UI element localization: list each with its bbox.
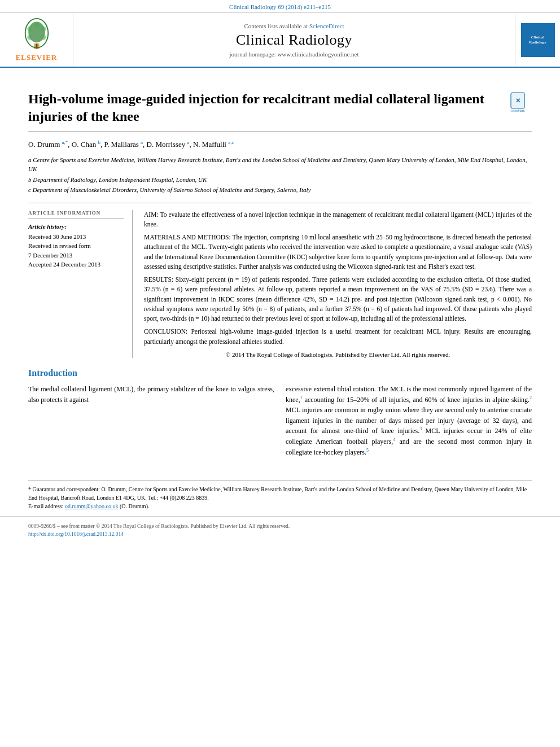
authors-line: O. Drumm a,*, O. Chan b, P. Malliaras a,… <box>28 139 532 149</box>
abstract-results: RESULTS: Sixty-eight percent (n = 19) of… <box>144 275 532 324</box>
intro-right-col: excessive external tibial rotation. The … <box>286 384 532 462</box>
article-history-label: Article history: <box>28 223 124 230</box>
journal-citation-bar: Clinical Radiology 69 (2014) e211–e215 <box>0 0 560 13</box>
svg-point-4 <box>27 27 32 32</box>
intro-left-col: The medial collateral ligament (MCL), th… <box>28 384 274 462</box>
ref5-sup: 5 <box>366 448 369 453</box>
revised-label: Received in revised form <box>28 241 124 251</box>
elsevier-logo-area: ELSEVIER <box>0 13 73 67</box>
sciencedirect-line: Contents lists available at ScienceDirec… <box>244 23 344 29</box>
ref4-sup: 4 <box>393 437 395 442</box>
journal-homepage: journal homepage: www.clinicalradiologyo… <box>230 51 359 58</box>
abstract-section: ARTICLE INFORMATION Article history: Rec… <box>28 203 532 358</box>
article-body: High-volume image-guided injection for r… <box>0 68 560 473</box>
ref1-sup: 1 <box>300 395 303 400</box>
footer-issn: 0009-9260/$ – see front matter © 2014 Th… <box>28 522 532 539</box>
journal-citation: Clinical Radiology 69 (2014) e211–e215 <box>229 3 331 10</box>
journal-title: Clinical Radiology <box>236 32 352 49</box>
affil-a: a Centre for Sports and Exercise Medicin… <box>28 155 532 174</box>
svg-point-7 <box>41 34 46 40</box>
cr-logo-icon: ClinicalRadiology <box>521 23 555 57</box>
email-link[interactable]: od.rumm@yahoo.co.uk <box>65 503 118 509</box>
journal-header: ELSEVIER Contents lists available at Sci… <box>0 13 560 68</box>
affiliations: a Centre for Sports and Exercise Medicin… <box>28 155 532 195</box>
sciencedirect-link[interactable]: ScienceDirect <box>309 23 344 29</box>
footnote-guarantor: * Guarantor and correspondent: O. Drumm,… <box>28 485 532 510</box>
email-label: E-mail address: <box>28 503 63 509</box>
introduction-body: The medial collateral ligament (MCL), th… <box>28 384 532 462</box>
revised-date: 7 December 2013 <box>28 251 124 260</box>
svg-text:CrossMark: CrossMark <box>511 109 525 112</box>
footnote-section: * Guarantor and correspondent: O. Drumm,… <box>28 480 532 510</box>
elsevier-logo: ELSEVIER <box>16 18 58 62</box>
received-date: Received 30 June 2013 <box>28 232 124 242</box>
crossmark-icon: ✕ CrossMark <box>506 90 529 113</box>
right-logo-area: ClinicalRadiology <box>515 13 560 67</box>
page-footer: 0009-9260/$ – see front matter © 2014 Th… <box>0 516 560 543</box>
svg-point-5 <box>41 27 46 32</box>
abstract-copyright: © 2014 The Royal College of Radiologists… <box>144 351 532 358</box>
article-title: High-volume image-guided injection for r… <box>28 90 495 125</box>
abstract-conclusion: CONCLUSION: Periosteal high-volume image… <box>144 327 532 347</box>
svg-point-6 <box>27 34 32 40</box>
svg-text:✕: ✕ <box>515 97 520 104</box>
article-info-header: ARTICLE INFORMATION <box>28 210 124 219</box>
footer-doi-link[interactable]: http://dx.doi.org/10.1016/j.crad.2013.12… <box>28 531 124 537</box>
crossmark-area: ✕ CrossMark <box>504 90 532 113</box>
abstract-col: AIM: To evaluate the effectiveness of a … <box>144 210 532 358</box>
affil-b: b Department of Radiology, London Indepe… <box>28 175 532 185</box>
accepted-date: Accepted 24 December 2013 <box>28 260 124 269</box>
abstract-aim: AIM: To evaluate the effectiveness of a … <box>144 210 532 230</box>
introduction-heading: Introduction <box>28 368 532 378</box>
elsevier-tree-icon <box>17 18 56 51</box>
title-section: High-volume image-guided injection for r… <box>28 79 532 132</box>
intro-para-left: The medial collateral ligament (MCL), th… <box>28 384 274 405</box>
svg-point-8 <box>34 22 39 27</box>
journal-name-area: Contents lists available at ScienceDirec… <box>73 13 515 67</box>
article-info-col: ARTICLE INFORMATION Article history: Rec… <box>28 210 133 358</box>
abstract-methods: MATERIALS AND METHODS: The injection, co… <box>144 233 532 272</box>
ref3-sup: 3 <box>419 426 422 431</box>
affil-c: c Department of Musculoskeletal Disorder… <box>28 185 532 195</box>
elsevier-wordmark: ELSEVIER <box>16 53 58 62</box>
ref2-sup: 2 <box>530 395 532 400</box>
intro-para-right: excessive external tibial rotation. The … <box>286 384 532 457</box>
